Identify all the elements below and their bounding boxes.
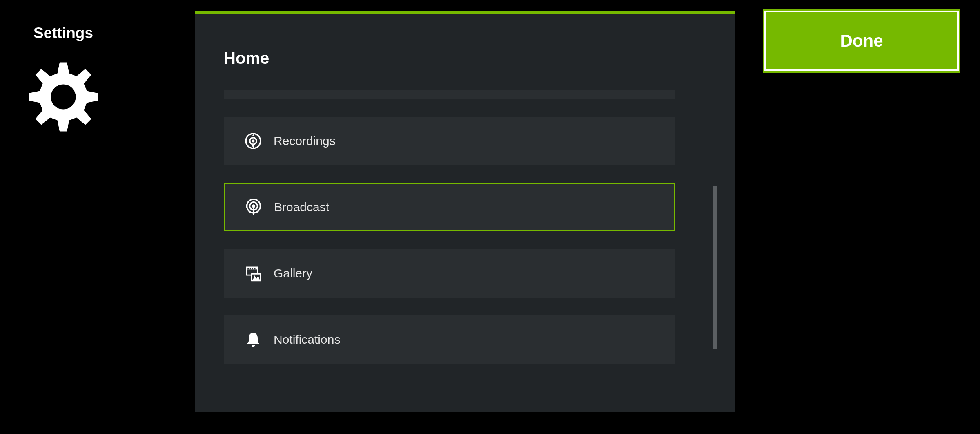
scrollbar-thumb[interactable] <box>713 186 717 349</box>
svg-point-0 <box>51 84 76 109</box>
done-button-label: Done <box>840 31 883 51</box>
svg-rect-20 <box>254 268 256 269</box>
done-button[interactable]: Done <box>764 11 959 71</box>
panel-title: Home <box>224 49 269 67</box>
list-item-broadcast[interactable]: Broadcast <box>224 183 675 231</box>
list-item-recordings[interactable]: Recordings <box>224 117 675 165</box>
list-item-label: Gallery <box>274 266 312 280</box>
gear-icon <box>27 60 100 134</box>
settings-list: Keyboard shortcuts Recordings Broadcast <box>224 90 707 392</box>
page-title: Settings <box>0 25 127 42</box>
list-item-label: Recordings <box>274 134 336 148</box>
svg-rect-17 <box>247 268 249 269</box>
svg-rect-19 <box>252 268 253 269</box>
broadcast-icon <box>245 198 263 216</box>
list-item-notifications[interactable]: Notifications <box>224 315 675 364</box>
settings-panel: Home Keyboard shortcuts Recordings <box>195 11 735 412</box>
list-item-keyboard-shortcuts[interactable]: Keyboard shortcuts <box>224 90 675 99</box>
recordings-icon <box>244 132 262 150</box>
gallery-icon <box>244 264 262 282</box>
svg-rect-18 <box>250 268 251 269</box>
list-item-label: Broadcast <box>274 200 329 214</box>
list-item-label: Notifications <box>274 333 340 347</box>
svg-point-24 <box>254 275 255 277</box>
bell-icon <box>244 331 262 349</box>
list-item-gallery[interactable]: Gallery <box>224 249 675 298</box>
svg-point-9 <box>252 140 255 143</box>
svg-point-12 <box>252 204 255 208</box>
